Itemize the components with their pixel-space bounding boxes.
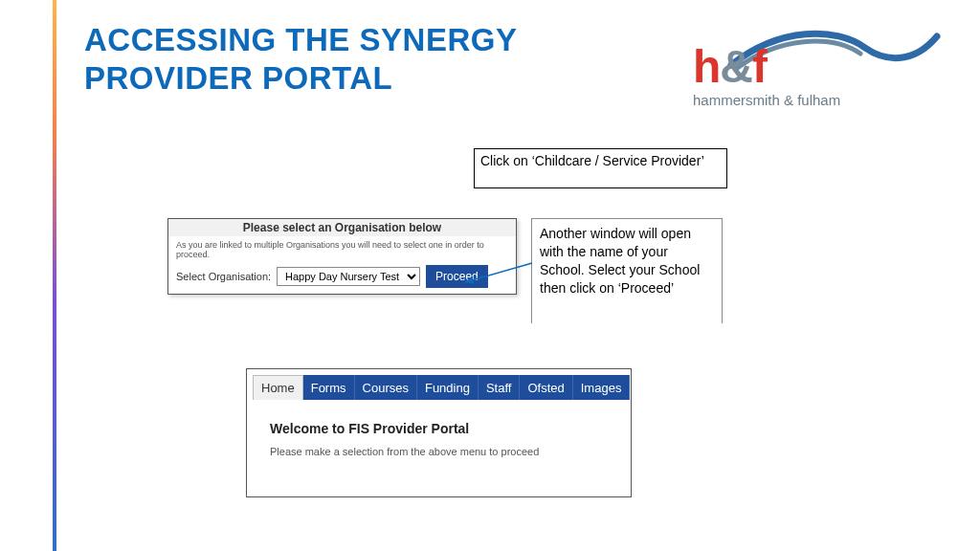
portal-panel: Home Forms Courses Funding Staff Ofsted … — [246, 368, 632, 497]
brand-wordmark: h&f — [693, 40, 767, 93]
brand-amp: & — [720, 41, 752, 92]
proceed-button[interactable]: Proceed — [426, 265, 488, 288]
tab-home-label: Home — [261, 381, 295, 395]
callout-select-school: Another window will open with the name o… — [531, 218, 723, 323]
tab-forms-label: Forms — [311, 381, 346, 395]
brand-h: h — [693, 41, 720, 92]
accent-bar — [53, 0, 56, 551]
callout-click-provider: Click on ‘Childcare / Service Provider’ — [474, 148, 727, 188]
org-select-panel: Please select an Organisation below As y… — [167, 218, 517, 295]
portal-navbar: Home Forms Courses Funding Staff Ofsted … — [253, 375, 625, 400]
welcome-heading: Welcome to FIS Provider Portal — [270, 421, 608, 436]
tab-staff[interactable]: Staff — [479, 375, 521, 400]
tab-staff-label: Staff — [486, 381, 512, 395]
tab-courses-label: Courses — [363, 381, 409, 395]
tab-courses[interactable]: Courses — [355, 375, 417, 400]
tab-ofsted[interactable]: Ofsted — [520, 375, 572, 400]
org-panel-head: Please select an Organisation below — [168, 219, 516, 236]
welcome-sub: Please make a selection from the above m… — [270, 446, 608, 457]
page-title: Accessing the Synergy Provider Portal — [84, 21, 620, 97]
tab-images[interactable]: Images — [573, 375, 631, 400]
tab-home[interactable]: Home — [253, 375, 303, 400]
org-select-label: Select Organisation: — [176, 271, 271, 282]
tab-forms[interactable]: Forms — [303, 375, 355, 400]
tab-ofsted-label: Ofsted — [527, 381, 564, 395]
tab-funding-label: Funding — [425, 381, 470, 395]
brand-logo: h&f hammersmith & fulham — [693, 25, 942, 111]
tab-images-label: Images — [581, 381, 622, 395]
tab-funding[interactable]: Funding — [417, 375, 479, 400]
brand-sub: hammersmith & fulham — [693, 92, 840, 108]
org-panel-sub: As you are linked to multiple Organisati… — [176, 240, 508, 259]
org-select[interactable]: Happy Day Nursery Test — [277, 267, 420, 286]
brand-f: f — [752, 41, 767, 92]
